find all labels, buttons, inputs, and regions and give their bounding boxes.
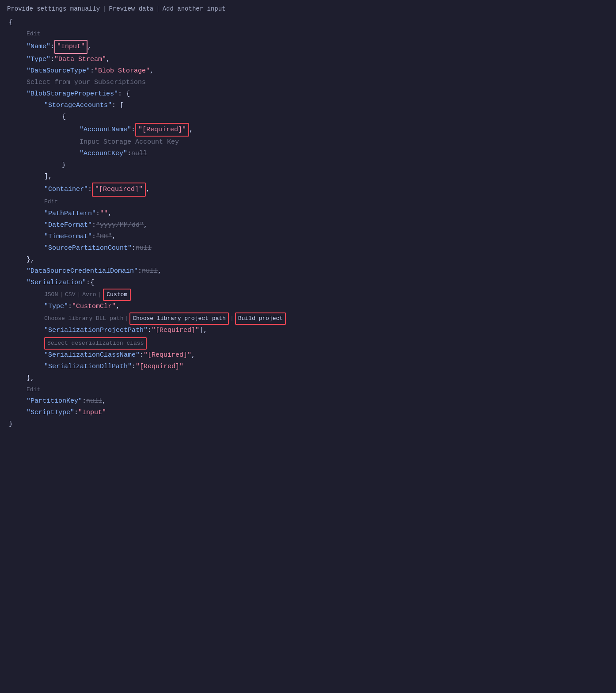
select-deserialization-box-line: Select deserialization class bbox=[9, 336, 609, 350]
account-key-line: "AccountKey" : null bbox=[9, 148, 609, 160]
datasource-credential-line: "DataSourceCredentialDomain" : null , bbox=[9, 266, 609, 277]
sep1: | bbox=[103, 5, 106, 12]
blob-props-open: "BlobStorageProperties" : { bbox=[9, 88, 609, 100]
serialization-dll-path-line: "SerializationDllPath" : "[Required]" bbox=[9, 361, 609, 373]
type-line-2: "Type" : "CustomClr" , bbox=[9, 301, 609, 312]
script-type-line: "ScriptType" : "Input" bbox=[9, 407, 609, 419]
root-open-brace: { bbox=[9, 17, 609, 28]
storage-accounts-close: ], bbox=[9, 171, 609, 183]
root-close-brace: } bbox=[9, 419, 609, 430]
datasource-type-line: "DataSourceType" : "Blob Storage" , bbox=[9, 65, 609, 77]
serialization-open-line: "Serialization" : { bbox=[9, 277, 609, 289]
blob-props-close: }, bbox=[9, 254, 609, 266]
account-name-required-box[interactable]: "[Required]" bbox=[135, 123, 189, 137]
edit-label-1[interactable]: Edit bbox=[9, 28, 609, 40]
container-line: "Container" : "[Required]" , bbox=[9, 183, 609, 197]
storage-inner-open: { bbox=[9, 111, 609, 123]
source-partition-line: "SourcePartitionCount" : null bbox=[9, 243, 609, 254]
provide-settings-link[interactable]: Provide settings manually bbox=[7, 5, 100, 12]
select-deserialization-box[interactable]: Select deserialization class bbox=[44, 337, 147, 350]
input-storage-label[interactable]: Input Storage Account Key bbox=[9, 137, 609, 148]
type-line: "Type" : "Data Stream" , bbox=[9, 54, 609, 65]
serialization-project-path-line: "SerializationProjectPath" : "[Required]… bbox=[9, 325, 609, 336]
preview-data-link[interactable]: Preview data bbox=[109, 5, 153, 12]
date-format-line: "DateFormat" : "yyyy/MM/dd" , bbox=[9, 220, 609, 231]
storage-accounts-open: "StorageAccounts" : [ bbox=[9, 100, 609, 111]
serialization-tab-bar: JSON | CSV | Avro | Custom bbox=[9, 289, 609, 301]
serialization-close-line: } , bbox=[9, 373, 609, 384]
edit-label-3[interactable]: Edit bbox=[9, 384, 609, 396]
path-bar-line: Choose library DLL path | Choose library… bbox=[9, 312, 609, 325]
choose-project-path-link[interactable]: Choose library project path bbox=[129, 312, 229, 325]
avro-tab[interactable]: Avro bbox=[82, 290, 96, 300]
choose-dll-path-link[interactable]: Choose library DLL path bbox=[44, 314, 123, 324]
container-required-box[interactable]: "[Required]" bbox=[92, 183, 146, 197]
path-pattern-line: "PathPattern" : "" , bbox=[9, 208, 609, 220]
build-project-link[interactable]: Build project bbox=[235, 312, 286, 325]
partition-key-line: "PartitionKey" : null , bbox=[9, 396, 609, 407]
code-block: { Edit "Name" : "Input" , "Type" : "Data… bbox=[7, 17, 609, 430]
add-another-input-link[interactable]: Add another input bbox=[163, 5, 226, 12]
serialization-class-name-line: "SerializationClassName" : "[Required]" … bbox=[9, 350, 609, 361]
time-format-line: "TimeFormat" : "HH" , bbox=[9, 231, 609, 243]
name-value-box[interactable]: "Input" bbox=[54, 40, 87, 54]
storage-inner-close: } bbox=[9, 160, 609, 171]
json-tab[interactable]: JSON bbox=[44, 290, 58, 300]
edit-label-2[interactable]: Edit bbox=[9, 197, 609, 208]
sep2: | bbox=[156, 5, 160, 12]
name-line: "Name" : "Input" , bbox=[9, 40, 609, 54]
custom-tab[interactable]: Custom bbox=[103, 289, 131, 301]
csv-tab[interactable]: CSV bbox=[65, 290, 75, 300]
select-subscriptions-label[interactable]: Select from your Subscriptions bbox=[9, 77, 609, 88]
account-name-line: "AccountName" : "[Required]" , bbox=[9, 123, 609, 137]
top-bar: Provide settings manually | Preview data… bbox=[7, 5, 609, 12]
